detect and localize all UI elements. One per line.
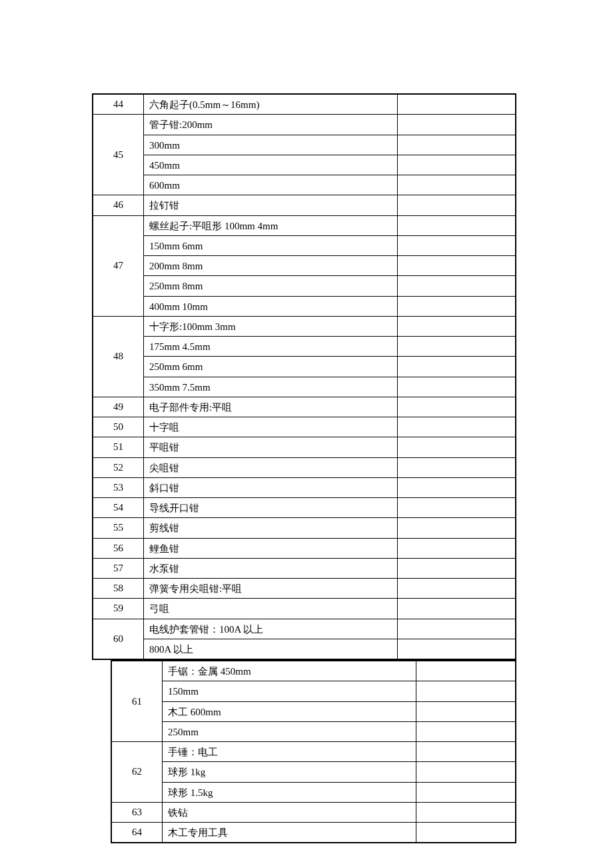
description-cell: 电子部件专用:平咀 (144, 397, 398, 417)
description-cell: 350mm 7.5mm (144, 377, 398, 397)
blank-cell (416, 762, 515, 781)
table-row: 64木工专用工具 (112, 822, 515, 842)
row-number: 47 (93, 216, 144, 316)
description-cell: 300mm (144, 135, 398, 155)
sub-row: 250mm 8mm (144, 276, 515, 296)
blank-cell (398, 559, 515, 578)
description-group: 剪线钳 (144, 518, 515, 537)
row-number: 56 (93, 539, 144, 558)
blank-cell (398, 195, 515, 215)
sub-row: 木工 600mm (163, 702, 515, 722)
table-row: 50十字咀 (93, 417, 515, 437)
blank-cell (398, 599, 515, 618)
description-cell: 十字形:100mm 3mm (144, 317, 398, 336)
blank-cell (416, 702, 515, 721)
description-group: 手锤：电工球形 1kg球形 1.5kg (163, 742, 515, 802)
sub-row: 150mm 6mm (144, 236, 515, 256)
blank-cell (398, 437, 515, 457)
description-cell: 150mm 6mm (144, 236, 398, 255)
description-cell: 600mm (144, 175, 398, 195)
description-group: 导线开口钳 (144, 498, 515, 517)
description-cell: 弹簧专用尖咀钳:平咀 (144, 579, 398, 598)
sub-row: 十字咀 (144, 417, 515, 437)
description-cell: 800A 以上 (144, 639, 398, 659)
blank-cell (416, 722, 515, 741)
blank-cell (398, 417, 515, 437)
row-number: 54 (93, 498, 144, 517)
sub-row: 手锤：电工 (163, 742, 515, 762)
description-group: 管子钳:200mm300mm450mm600mm (144, 115, 515, 195)
description-cell: 铁钻 (163, 803, 416, 822)
sub-row: 175mm 4.5mm (144, 337, 515, 357)
sub-row: 螺丝起子:平咀形 100mm 4mm (144, 216, 515, 236)
sub-row: 球形 1.5kg (163, 783, 515, 802)
blank-cell (398, 377, 515, 397)
blank-cell (416, 681, 515, 701)
description-cell: 尖咀钳 (144, 458, 398, 477)
row-number: 59 (93, 599, 144, 618)
blank-cell (398, 256, 515, 275)
table-row: 60电线护套管钳：100A 以上800A 以上 (93, 619, 515, 659)
table-row: 57水泵钳 (93, 558, 515, 578)
blank-cell (398, 478, 515, 497)
blank-cell (398, 95, 515, 114)
description-group: 电子部件专用:平咀 (144, 397, 515, 417)
description-group: 水泵钳 (144, 559, 515, 578)
description-group: 平咀钳 (144, 437, 515, 457)
sub-row: 350mm 7.5mm (144, 377, 515, 397)
blank-cell (398, 175, 515, 195)
description-group: 木工专用工具 (163, 823, 515, 842)
row-number: 60 (93, 619, 144, 659)
table-row: 53斜口钳 (93, 477, 515, 497)
table-row: 56鲤鱼钳 (93, 538, 515, 558)
description-group: 弹簧专用尖咀钳:平咀 (144, 579, 515, 598)
description-cell: 剪线钳 (144, 518, 398, 537)
blank-cell (398, 579, 515, 598)
sub-row: 450mm (144, 155, 515, 175)
row-number: 63 (112, 803, 163, 822)
blank-cell (398, 236, 515, 255)
blank-cell (398, 155, 515, 175)
description-cell: 导线开口钳 (144, 498, 398, 517)
blank-cell (416, 661, 515, 681)
table-row: 45管子钳:200mm300mm450mm600mm (93, 114, 515, 195)
tools-table-upper: 44六角起子(0.5mm～16mm)45管子钳:200mm300mm450mm6… (92, 93, 516, 660)
description-group: 尖咀钳 (144, 458, 515, 477)
sub-row: 平咀钳 (144, 437, 515, 457)
description-cell: 斜口钳 (144, 478, 398, 497)
table-row: 61手锯：金属 450mm150mm木工 600mm250mm (112, 661, 515, 741)
description-group: 电线护套管钳：100A 以上800A 以上 (144, 619, 515, 659)
description-cell: 六角起子(0.5mm～16mm) (144, 95, 398, 114)
sub-row: 斜口钳 (144, 478, 515, 497)
description-group: 弓咀 (144, 599, 515, 618)
description-cell: 150mm (163, 681, 416, 701)
blank-cell (398, 317, 515, 336)
description-cell: 250mm 6mm (144, 357, 398, 376)
row-number: 51 (93, 437, 144, 457)
description-cell: 木工专用工具 (163, 823, 416, 842)
blank-cell (398, 357, 515, 376)
table-row: 52尖咀钳 (93, 457, 515, 477)
blank-cell (398, 639, 515, 659)
sub-row: 水泵钳 (144, 559, 515, 578)
sub-row: 管子钳:200mm (144, 115, 515, 135)
description-cell: 电线护套管钳：100A 以上 (144, 619, 398, 639)
description-group: 铁钻 (163, 803, 515, 822)
blank-cell (416, 823, 515, 842)
sub-row: 拉钉钳 (144, 195, 515, 215)
row-number: 50 (93, 417, 144, 437)
table-row: 55剪线钳 (93, 517, 515, 537)
description-group: 六角起子(0.5mm～16mm) (144, 95, 515, 114)
description-cell: 球形 1.5kg (163, 783, 416, 802)
sub-row: 300mm (144, 135, 515, 155)
row-number: 57 (93, 559, 144, 578)
description-cell: 十字咀 (144, 417, 398, 437)
row-number: 46 (93, 195, 144, 215)
table-row: 49电子部件专用:平咀 (93, 397, 515, 417)
blank-cell (398, 539, 515, 558)
description-group: 螺丝起子:平咀形 100mm 4mm150mm 6mm200mm 8mm250m… (144, 216, 515, 316)
description-cell: 175mm 4.5mm (144, 337, 398, 356)
sub-row: 十字形:100mm 3mm (144, 317, 515, 337)
blank-cell (398, 337, 515, 356)
description-group: 手锯：金属 450mm150mm木工 600mm250mm (163, 661, 515, 741)
